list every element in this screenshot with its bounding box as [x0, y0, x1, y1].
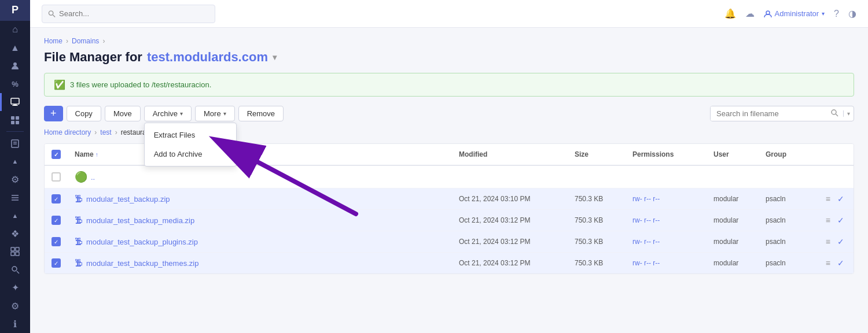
sidebar-item-book[interactable]: [0, 134, 30, 152]
file-group: psacln: [766, 195, 818, 203]
svg-point-23: [832, 110, 836, 114]
svg-rect-15: [16, 247, 19, 251]
sidebar-item-bottom1[interactable]: ⚙: [0, 297, 30, 314]
file-actions: ≡ ✓: [818, 214, 847, 226]
sidebar-item-monitor[interactable]: [0, 93, 30, 111]
sidebar-logo: P: [0, 0, 30, 21]
page-title-domain[interactable]: test.modulards.com: [147, 50, 268, 65]
theme-toggle-icon[interactable]: ◑: [848, 8, 856, 19]
svg-point-18: [12, 267, 17, 271]
sidebar-item-apps[interactable]: [0, 111, 30, 129]
row-check-icon[interactable]: ✓: [835, 257, 847, 269]
name-column-header[interactable]: Name ↑: [75, 150, 459, 158]
topbar-search-icon: [48, 10, 56, 18]
breadcrumb: Home › Domains ›: [44, 37, 854, 45]
sidebar-item-extensions[interactable]: ❖: [0, 224, 30, 242]
file-name-link[interactable]: 🗜 modular_test_backup_media.zip: [75, 216, 459, 225]
file-user: modular: [713, 216, 766, 224]
svg-point-0: [13, 62, 17, 66]
file-name-link[interactable]: 🗜 modular_test_backup_themes.zip: [75, 258, 459, 268]
sidebar-item-up[interactable]: ▲: [0, 39, 30, 57]
notifications-icon[interactable]: 🔔: [724, 8, 736, 19]
zip-file-icon: 🗜: [75, 216, 83, 225]
table-row: ✓ 🗜 modular_test_backup_plugins.zip Oct …: [45, 231, 854, 253]
help-icon[interactable]: ?: [834, 9, 839, 19]
remove-button[interactable]: Remove: [238, 106, 284, 121]
topbar: 🔔 ☁ Administrator ▾ ? ◑: [30, 0, 868, 28]
sidebar-item-list[interactable]: [0, 188, 30, 206]
topbar-search-input[interactable]: [59, 9, 209, 18]
select-all-checkbox[interactable]: ✓: [52, 150, 61, 159]
more-button[interactable]: More ▾: [195, 106, 235, 121]
file-group: psacln: [766, 216, 818, 224]
sidebar-item-star[interactable]: ✦: [0, 279, 30, 297]
add-to-archive-item[interactable]: Add to Archive: [145, 145, 236, 164]
path-test[interactable]: test: [100, 128, 111, 136]
success-icon: ✅: [54, 79, 65, 90]
filename-search-icon[interactable]: [826, 109, 843, 119]
cloud-icon[interactable]: ☁: [745, 8, 755, 19]
path-home-dir[interactable]: Home directory: [44, 128, 91, 136]
row-checkbox[interactable]: ✓: [52, 194, 61, 204]
row-menu-icon[interactable]: ≡: [823, 214, 833, 226]
topbar-user-chevron: ▾: [822, 10, 825, 17]
sidebar-item-bottom2[interactable]: ℹ: [0, 315, 30, 333]
path-sep2: ›: [115, 128, 117, 136]
sidebar-item-home[interactable]: ⌂: [0, 21, 30, 39]
archive-label: Archive: [153, 109, 178, 118]
parent-dir-link[interactable]: 🟢 ..: [75, 171, 459, 183]
file-permissions: rw- r-- r--: [632, 259, 713, 267]
sidebar-item-gear[interactable]: ⚙: [0, 171, 30, 188]
breadcrumb-domains[interactable]: Domains: [72, 37, 99, 45]
file-modified: Oct 21, 2024 03:12 PM: [459, 238, 575, 246]
svg-rect-1: [11, 98, 19, 104]
svg-rect-3: [12, 105, 18, 106]
header-checkbox-cell: ✓: [52, 150, 75, 159]
zip-file-icon: 🗜: [75, 194, 83, 204]
archive-dropdown-menu: Extract Files Add to Archive: [144, 123, 237, 166]
file-actions: ≡ ✓: [818, 236, 847, 247]
row-check-icon[interactable]: ✓: [835, 193, 847, 205]
row-check-icon[interactable]: ✓: [835, 236, 847, 247]
filename-search-input[interactable]: [711, 106, 826, 121]
row-menu-icon[interactable]: ≡: [823, 257, 833, 269]
file-name-link[interactable]: 🗜 modular_test_backup.zip: [75, 194, 459, 204]
row-checkbox-cell: ✓: [52, 216, 75, 225]
archive-button[interactable]: Archive ▾: [144, 106, 192, 121]
file-name-link[interactable]: 🗜 modular_test_backup_plugins.zip: [75, 237, 459, 246]
filename-search-dropdown-icon[interactable]: ▾: [843, 110, 854, 117]
move-button[interactable]: Move: [105, 106, 141, 121]
sidebar-item-user[interactable]: [0, 57, 30, 75]
breadcrumb-home[interactable]: Home: [44, 37, 62, 45]
file-size: 750.3 KB: [575, 238, 632, 246]
add-button[interactable]: +: [44, 106, 63, 121]
row-checkbox[interactable]: ✓: [52, 258, 61, 268]
breadcrumb-sep2: ›: [102, 37, 105, 45]
row-checkbox[interactable]: [52, 172, 61, 182]
table-row: ✓ 🗜 modular_test_backup_media.zip Oct 21…: [45, 210, 854, 231]
sidebar-item-collapse[interactable]: ▲: [0, 152, 30, 170]
toolbar-search: ▾: [710, 106, 854, 121]
row-checkbox[interactable]: ✓: [52, 216, 61, 225]
sidebar-item-collapse2[interactable]: ▲: [0, 206, 30, 224]
sidebar-item-grid[interactable]: [0, 243, 30, 261]
topbar-user[interactable]: Administrator ▾: [764, 9, 825, 18]
zip-file-icon: 🗜: [75, 258, 83, 268]
breadcrumb-sep1: ›: [66, 37, 68, 45]
row-checkbox[interactable]: ✓: [52, 237, 61, 246]
sidebar-item-search2[interactable]: [0, 261, 30, 279]
svg-line-24: [836, 114, 838, 116]
sidebar-item-percent[interactable]: %: [0, 75, 30, 93]
row-menu-icon[interactable]: ≡: [823, 193, 833, 205]
success-message: 3 files were uploaded to /test/restaurac…: [70, 80, 211, 89]
row-checkbox-cell: ✓: [52, 194, 75, 204]
file-user: modular: [713, 195, 766, 203]
archive-dropdown-container: Archive ▾ Extract Files Add to Archive: [144, 106, 192, 121]
row-menu-icon[interactable]: ≡: [823, 236, 833, 247]
extract-files-item[interactable]: Extract Files: [145, 125, 236, 145]
page-title-chevron[interactable]: ▾: [273, 53, 277, 62]
file-group: psacln: [766, 238, 818, 246]
copy-button[interactable]: Copy: [67, 106, 101, 121]
row-checkbox-cell: [52, 172, 75, 182]
row-check-icon[interactable]: ✓: [835, 214, 847, 226]
